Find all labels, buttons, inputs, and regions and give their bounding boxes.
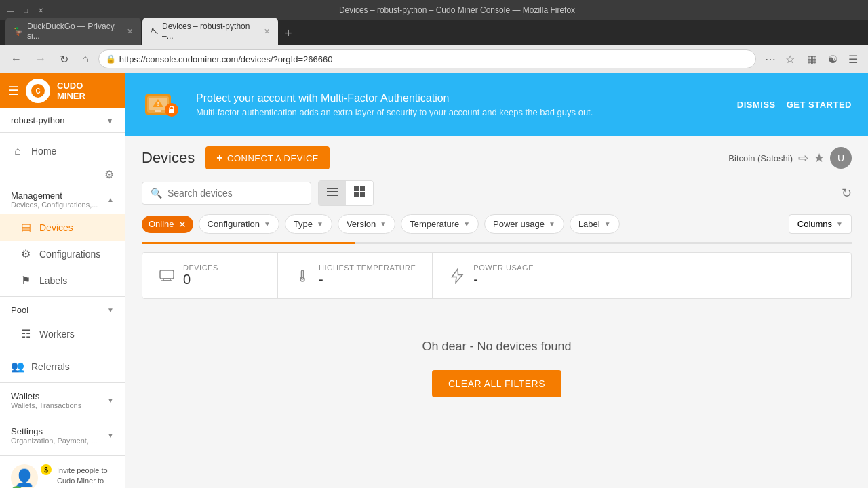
hamburger-icon[interactable]: ☰ [8, 83, 19, 98]
settings-sub: Organization, Payment, ... [11, 436, 97, 445]
get-started-button[interactable]: GET STARTED [787, 100, 852, 110]
page-title: Devices [142, 149, 195, 167]
devices-stat: DEVICES 0 [142, 253, 278, 298]
power-filter[interactable]: Power usage ▼ [484, 214, 564, 234]
connect-device-label: CONNECT A DEVICE [227, 153, 319, 163]
management-section[interactable]: Management Devices, Configurations,... ▲ [0, 185, 125, 214]
address-input[interactable]: 🔒 https://console.cudominer.com/devices/… [98, 49, 756, 68]
content-area: ! Protect your account with Multi-Factor… [125, 73, 868, 488]
configuration-filter-label: Configuration [208, 219, 260, 229]
temperature-stat-value: - [319, 272, 416, 287]
search-box[interactable]: 🔍 [142, 182, 311, 205]
close-btn[interactable]: ✕ [35, 5, 46, 16]
org-name: robust-python [11, 115, 106, 125]
clear-filters-button[interactable]: CLEAR ALL FILTERS [432, 370, 561, 397]
divider-4 [0, 418, 125, 418]
org-selector[interactable]: robust-python ▼ [0, 108, 125, 133]
filter-row: Online ✕ Configuration ▼ Type ▼ Version … [142, 214, 852, 234]
settings-icon[interactable]: ⚙ [104, 168, 114, 181]
labels-icon: ⚑ [19, 274, 33, 287]
sidebar-item-labels[interactable]: ⚑ Labels [0, 267, 125, 293]
svg-rect-17 [160, 270, 174, 279]
svg-rect-7 [155, 110, 161, 112]
tab-1[interactable]: 🦆 DuckDuckGo — Privacy, si... ✕ [5, 18, 141, 45]
url-text: https://console.cudominer.com/devices/?o… [119, 54, 333, 64]
svg-rect-14 [360, 186, 365, 191]
sidebar-item-workers[interactable]: ☶ Workers [0, 321, 125, 347]
home-button[interactable]: ⌂ [78, 50, 93, 68]
mfa-banner-icon: ! [142, 84, 182, 125]
share-icon[interactable]: ⇨ [798, 150, 808, 165]
user-avatar[interactable]: U [830, 147, 852, 169]
workers-icon: ☶ [19, 327, 33, 340]
minimize-btn[interactable]: — [5, 5, 16, 16]
sidebar-item-configurations-label: Configurations [39, 249, 100, 260]
sidebar-item-configurations[interactable]: ⚙ Configurations [0, 241, 125, 267]
stats-bar: DEVICES 0 HIGHEST TEMPERATURE - [142, 252, 852, 299]
sidebar-header: ☰ C CUDOMINER [0, 73, 125, 108]
configuration-filter[interactable]: Configuration ▼ [199, 214, 279, 234]
temperature-filter[interactable]: Temperature ▼ [401, 214, 479, 234]
wallets-section[interactable]: Wallets Wallets, Transactions ▼ [0, 386, 125, 415]
bookmark-button[interactable]: ☆ [782, 52, 798, 67]
sync-button[interactable]: ☯ [825, 52, 841, 67]
bookmark-star-icon[interactable]: ★ [814, 150, 825, 165]
settings-section[interactable]: Settings Organization, Payment, ... ▼ [0, 421, 125, 450]
secure-icon: 🔒 [106, 54, 116, 64]
search-icon: 🔍 [151, 188, 162, 199]
empty-state: Oh dear - No devices found CLEAR ALL FIL… [125, 299, 868, 424]
address-bar: ← → ↻ ⌂ 🔒 https://console.cudominer.com/… [0, 45, 868, 73]
label-chevron-icon: ▼ [604, 220, 611, 228]
maximize-btn[interactable]: □ [20, 5, 31, 16]
new-tab-button[interactable]: + [279, 24, 298, 42]
divider-2 [0, 350, 125, 350]
pool-label: Pool [11, 305, 28, 315]
container-button[interactable]: ▦ [804, 52, 821, 67]
tab-1-close[interactable]: ✕ [127, 27, 133, 36]
management-chevron-icon: ▲ [107, 196, 114, 203]
extensions-button[interactable]: ⋯ [762, 52, 779, 67]
empty-message: Oh dear - No devices found [142, 340, 852, 354]
list-view-button[interactable] [319, 181, 346, 205]
org-chevron-icon: ▼ [106, 116, 114, 125]
grid-view-button[interactable] [346, 181, 373, 205]
version-filter-label: Version [347, 219, 376, 229]
referral-content: 👤 ✓ $ Invite people to Cudo Miner to ear… [11, 464, 114, 488]
search-input[interactable] [167, 188, 290, 199]
sidebar-item-home[interactable]: ⌂ Home [0, 138, 125, 164]
sidebar-item-referrals[interactable]: 👥 Referrals [0, 353, 125, 380]
forward-button[interactable]: → [31, 50, 50, 68]
reload-button[interactable]: ↻ [56, 50, 73, 68]
tab-2-favicon: ⛏ [151, 27, 158, 35]
sidebar-item-workers-label: Workers [39, 329, 75, 340]
version-filter[interactable]: Version ▼ [338, 214, 395, 234]
tab-2-close[interactable]: ✕ [264, 27, 270, 36]
menu-button[interactable]: ☰ [845, 52, 861, 67]
plus-icon: + [216, 152, 223, 164]
pool-section[interactable]: Pool ▼ [0, 300, 125, 321]
connect-device-button[interactable]: + CONNECT A DEVICE [205, 146, 330, 169]
version-chevron-icon: ▼ [380, 220, 387, 228]
sidebar-item-devices-label: Devices [39, 222, 73, 233]
back-button[interactable]: ← [7, 50, 26, 68]
divider-3 [0, 382, 125, 383]
temperature-stat-label: HIGHEST TEMPERATURE [319, 264, 416, 272]
toolbar-right: ▦ ☯ ☰ [804, 52, 861, 67]
refresh-button[interactable]: ↻ [842, 186, 852, 201]
wallets-sub: Wallets, Transactions [11, 401, 81, 409]
dismiss-button[interactable]: DISMISS [737, 100, 776, 110]
sidebar-item-referrals-label: Referrals [31, 361, 70, 372]
type-filter[interactable]: Type ▼ [285, 214, 332, 234]
type-chevron-icon: ▼ [317, 220, 323, 228]
management-label: Management [11, 190, 98, 201]
sidebar-item-devices[interactable]: ▤ Devices [0, 214, 125, 241]
online-tag-label: Online [149, 219, 174, 229]
configuration-chevron-icon: ▼ [264, 220, 271, 228]
online-filter-tag[interactable]: Online ✕ [142, 216, 193, 233]
referral-box[interactable]: 👤 ✓ $ Invite people to Cudo Miner to ear… [0, 455, 125, 488]
tab-2[interactable]: ⛏ Devices – robust-python –... ✕ [142, 18, 278, 45]
label-filter[interactable]: Label ▼ [570, 214, 620, 234]
online-filter-remove-icon[interactable]: ✕ [178, 219, 186, 230]
columns-button[interactable]: Columns ▼ [789, 214, 852, 234]
page-header: Devices + CONNECT A DEVICE Bitcoin (Sato… [125, 136, 868, 180]
